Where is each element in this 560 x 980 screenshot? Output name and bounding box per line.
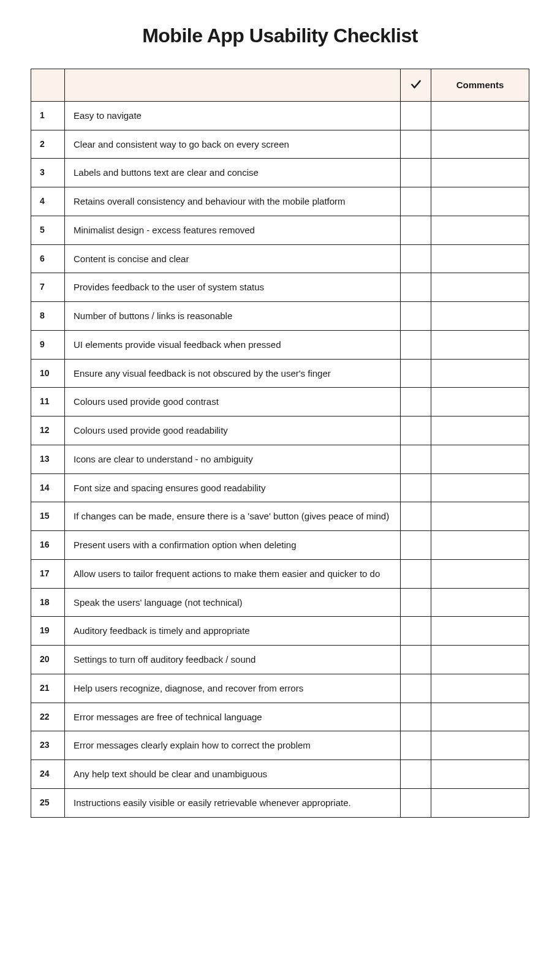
row-item-text: Ensure any visual feedback is not obscur… — [65, 359, 401, 388]
row-check-cell[interactable] — [401, 617, 431, 646]
row-comments-cell[interactable] — [431, 273, 529, 302]
table-row: 17Allow users to tailor frequent actions… — [31, 559, 529, 588]
row-check-cell[interactable] — [401, 646, 431, 674]
row-check-cell[interactable] — [401, 244, 431, 273]
table-row: 20Settings to turn off auditory feedback… — [31, 646, 529, 674]
row-item-text: Help users recognize, diagnose, and reco… — [65, 674, 401, 703]
row-comments-cell[interactable] — [431, 302, 529, 331]
row-check-cell[interactable] — [401, 559, 431, 588]
row-check-cell[interactable] — [401, 473, 431, 502]
row-item-text: Content is concise and clear — [65, 244, 401, 273]
table-row: 12Colours used provide good readability — [31, 417, 529, 445]
row-item-text: Retains overall consistency and behaviou… — [65, 187, 401, 216]
row-check-cell[interactable] — [401, 445, 431, 473]
row-comments-cell[interactable] — [431, 703, 529, 731]
row-comments-cell[interactable] — [431, 445, 529, 473]
row-comments-cell[interactable] — [431, 588, 529, 617]
row-number: 25 — [31, 788, 65, 817]
table-row: 21Help users recognize, diagnose, and re… — [31, 674, 529, 703]
row-comments-cell[interactable] — [431, 617, 529, 646]
row-item-text: Number of buttons / links is reasonable — [65, 302, 401, 331]
row-comments-cell[interactable] — [431, 674, 529, 703]
row-number: 16 — [31, 531, 65, 560]
row-item-text: Labels and buttons text are clear and co… — [65, 159, 401, 187]
row-comments-cell[interactable] — [431, 417, 529, 445]
row-number: 3 — [31, 159, 65, 187]
table-row: 25Instructions easily visible or easily … — [31, 788, 529, 817]
row-comments-cell[interactable] — [431, 531, 529, 560]
row-number: 23 — [31, 731, 65, 760]
row-check-cell[interactable] — [401, 159, 431, 187]
row-check-cell[interactable] — [401, 302, 431, 331]
row-number: 2 — [31, 130, 65, 159]
row-check-cell[interactable] — [401, 588, 431, 617]
row-number: 12 — [31, 417, 65, 445]
row-check-cell[interactable] — [401, 101, 431, 130]
row-check-cell[interactable] — [401, 531, 431, 560]
row-comments-cell[interactable] — [431, 559, 529, 588]
row-comments-cell[interactable] — [431, 359, 529, 388]
row-check-cell[interactable] — [401, 273, 431, 302]
row-check-cell[interactable] — [401, 388, 431, 417]
row-item-text: Allow users to tailor frequent actions t… — [65, 559, 401, 588]
row-item-text: Any help text should be clear and unambi… — [65, 760, 401, 789]
row-check-cell[interactable] — [401, 330, 431, 359]
row-comments-cell[interactable] — [431, 760, 529, 789]
row-check-cell[interactable] — [401, 130, 431, 159]
table-row: 14Font size and spacing ensures good rea… — [31, 473, 529, 502]
row-comments-cell[interactable] — [431, 788, 529, 817]
row-check-cell[interactable] — [401, 788, 431, 817]
row-check-cell[interactable] — [401, 760, 431, 789]
row-number: 7 — [31, 273, 65, 302]
table-row: 2Clear and consistent way to go back on … — [31, 130, 529, 159]
row-number: 15 — [31, 502, 65, 531]
table-row: 9UI elements provide visual feedback whe… — [31, 330, 529, 359]
table-row: 11Colours used provide good contrast — [31, 388, 529, 417]
row-comments-cell[interactable] — [431, 330, 529, 359]
table-row: 3Labels and buttons text are clear and c… — [31, 159, 529, 187]
row-item-text: Instructions easily visible or easily re… — [65, 788, 401, 817]
row-comments-cell[interactable] — [431, 130, 529, 159]
row-comments-cell[interactable] — [431, 646, 529, 674]
row-item-text: Clear and consistent way to go back on e… — [65, 130, 401, 159]
row-item-text: Easy to navigate — [65, 101, 401, 130]
row-comments-cell[interactable] — [431, 159, 529, 187]
row-number: 11 — [31, 388, 65, 417]
row-comments-cell[interactable] — [431, 473, 529, 502]
row-check-cell[interactable] — [401, 187, 431, 216]
table-row: 24Any help text should be clear and unam… — [31, 760, 529, 789]
row-comments-cell[interactable] — [431, 388, 529, 417]
row-item-text: Font size and spacing ensures good reada… — [65, 473, 401, 502]
row-item-text: Present users with a confirmation option… — [65, 531, 401, 560]
row-check-cell[interactable] — [401, 417, 431, 445]
row-comments-cell[interactable] — [431, 731, 529, 760]
table-row: 8Number of buttons / links is reasonable — [31, 302, 529, 331]
row-check-cell[interactable] — [401, 703, 431, 731]
row-number: 20 — [31, 646, 65, 674]
row-number: 13 — [31, 445, 65, 473]
row-number: 8 — [31, 302, 65, 331]
table-row: 19Auditory feedback is timely and approp… — [31, 617, 529, 646]
row-comments-cell[interactable] — [431, 187, 529, 216]
row-check-cell[interactable] — [401, 731, 431, 760]
row-check-cell[interactable] — [401, 359, 431, 388]
row-check-cell[interactable] — [401, 216, 431, 244]
row-number: 24 — [31, 760, 65, 789]
row-number: 6 — [31, 244, 65, 273]
check-icon — [407, 78, 425, 91]
row-check-cell[interactable] — [401, 502, 431, 531]
row-number: 4 — [31, 187, 65, 216]
row-item-text: Icons are clear to understand - no ambig… — [65, 445, 401, 473]
row-number: 17 — [31, 559, 65, 588]
row-comments-cell[interactable] — [431, 101, 529, 130]
checklist-table: Comments 1Easy to navigate2Clear and con… — [31, 69, 529, 818]
row-comments-cell[interactable] — [431, 244, 529, 273]
table-row: 5Minimalist design - excess features rem… — [31, 216, 529, 244]
row-comments-cell[interactable] — [431, 216, 529, 244]
header-number — [31, 69, 65, 102]
row-check-cell[interactable] — [401, 674, 431, 703]
row-number: 1 — [31, 101, 65, 130]
page-title: Mobile App Usability Checklist — [31, 24, 529, 47]
row-number: 19 — [31, 617, 65, 646]
row-comments-cell[interactable] — [431, 502, 529, 531]
